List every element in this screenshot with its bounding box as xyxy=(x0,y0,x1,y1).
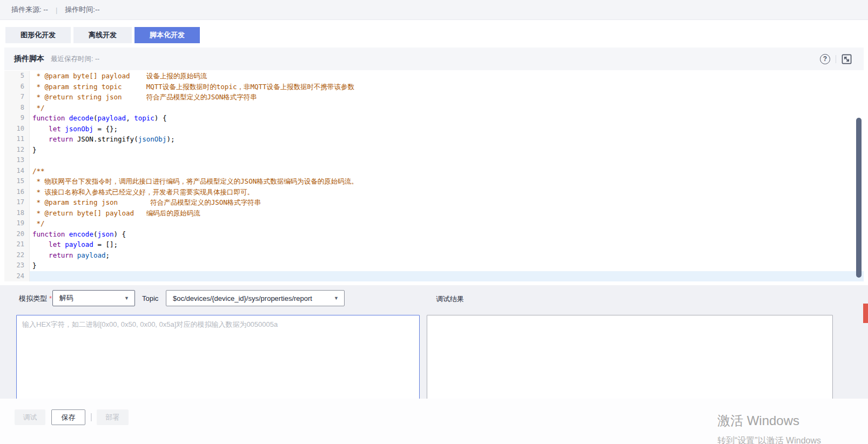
code-text: * @return byte[] payload 编码后的原始码流 xyxy=(30,208,864,219)
code-text: return payload; xyxy=(30,250,864,261)
line-number: 8 xyxy=(4,103,30,113)
code-line-20[interactable]: 20function encode(json) { xyxy=(4,229,864,240)
code-text: * @param byte[] payload 设备上报的原始码流 xyxy=(30,71,864,82)
line-number: 14 xyxy=(4,166,30,177)
code-text: /** xyxy=(30,166,864,177)
deploy-button[interactable]: 部署 xyxy=(97,409,129,425)
line-number: 10 xyxy=(4,124,30,134)
line-number: 21 xyxy=(4,239,30,250)
line-number: 16 xyxy=(4,187,30,198)
topic-select[interactable]: $oc/devices/{device_id}/sys/properties/r… xyxy=(166,290,345,306)
code-text: */ xyxy=(30,218,864,229)
code-lines: 5 * @param byte[] payload 设备上报的原始码流6 * @… xyxy=(4,71,864,281)
tab-script[interactable]: 脚本化开发 xyxy=(134,27,200,43)
topic-value: $oc/devices/{device_id}/sys/properties/r… xyxy=(173,294,312,302)
code-line-21[interactable]: 21 let payload = []; xyxy=(4,239,864,250)
panel-title: 插件脚本 xyxy=(14,54,44,64)
page-scrollbar-thumb[interactable] xyxy=(856,118,862,278)
chevron-down-icon: ▼ xyxy=(124,295,129,301)
line-number: 18 xyxy=(4,208,30,219)
button-divider xyxy=(91,413,92,421)
code-text: */ xyxy=(30,103,864,113)
debug-result-panel xyxy=(427,315,833,399)
tab-graphical[interactable]: 图形化开发 xyxy=(5,27,71,43)
code-line-16[interactable]: 16 * 该接口名称和入参格式已经定义好，开发者只需要实现具体接口即可。 xyxy=(4,187,864,198)
code-text: let payload = []; xyxy=(30,239,864,250)
code-text: * 该接口名称和入参格式已经定义好，开发者只需要实现具体接口即可。 xyxy=(30,187,864,198)
plugin-script-header: 插件脚本 最近保存时间: -- ? xyxy=(4,48,864,70)
code-text xyxy=(30,271,864,282)
code-text: let jsonObj = {}; xyxy=(30,124,864,134)
plugin-source-label: 插件来源: -- xyxy=(11,5,48,15)
operation-time-label: 操作时间:-- xyxy=(65,5,99,15)
code-line-12[interactable]: 12} xyxy=(4,145,864,156)
line-number: 7 xyxy=(4,92,30,103)
simulation-type-value: 解码 xyxy=(59,293,73,303)
code-line-7[interactable]: 7 * @return string json 符合产品模型定义的JSON格式字… xyxy=(4,92,864,103)
save-button[interactable]: 保存 xyxy=(51,409,85,425)
code-line-24[interactable]: 24 xyxy=(4,271,864,282)
icon-divider xyxy=(836,55,836,63)
code-line-19[interactable]: 19 */ xyxy=(4,218,864,229)
code-text: * @return string json 符合产品模型定义的JSON格式字符串 xyxy=(30,92,864,103)
code-text: function decode(payload, topic) { xyxy=(30,113,864,124)
code-text xyxy=(30,155,864,166)
code-editor[interactable]: 5 * @param byte[] payload 设备上报的原始码流6 * @… xyxy=(4,70,864,285)
code-line-8[interactable]: 8 */ xyxy=(4,103,864,113)
line-number: 13 xyxy=(4,155,30,166)
line-number: 6 xyxy=(4,82,30,92)
code-line-9[interactable]: 9function decode(payload, topic) { xyxy=(4,113,864,124)
header-icons: ? xyxy=(820,48,852,70)
tab-offline[interactable]: 离线开发 xyxy=(73,27,132,43)
fullscreen-icon[interactable] xyxy=(842,54,852,64)
plugin-meta-bar: 插件来源: -- | 操作时间:-- xyxy=(0,0,868,20)
last-saved-label: 最近保存时间: -- xyxy=(51,55,99,64)
code-text: return JSON.stringify(jsonObj); xyxy=(30,134,864,145)
dev-mode-tabs: 图形化开发离线开发脚本化开发 xyxy=(5,27,200,43)
line-number: 15 xyxy=(4,176,30,187)
code-line-10[interactable]: 10 let jsonObj = {}; xyxy=(4,124,864,134)
code-line-6[interactable]: 6 * @param string topic MQTT设备上报数据时的topi… xyxy=(4,82,864,92)
code-line-14[interactable]: 14/** xyxy=(4,166,864,177)
line-number: 11 xyxy=(4,134,30,145)
topic-label: Topic xyxy=(142,294,158,302)
line-number: 19 xyxy=(4,218,30,229)
code-text: } xyxy=(30,145,864,156)
simulation-type-select[interactable]: 解码 ▼ xyxy=(52,290,135,306)
line-number: 17 xyxy=(4,197,30,208)
meta-divider: | xyxy=(56,6,57,14)
code-line-11[interactable]: 11 return JSON.stringify(jsonObj); xyxy=(4,134,864,145)
code-text: * 物联网平台下发指令时，调用此接口进行编码，将产品模型定义的JSON格式数据编… xyxy=(30,176,864,187)
code-line-15[interactable]: 15 * 物联网平台下发指令时，调用此接口进行编码，将产品模型定义的JSON格式… xyxy=(4,176,864,187)
code-line-18[interactable]: 18 * @return byte[] payload 编码后的原始码流 xyxy=(4,208,864,219)
scrollbar-red-marker[interactable] xyxy=(863,304,868,323)
required-asterisk: * xyxy=(49,294,52,302)
help-icon[interactable]: ? xyxy=(820,54,830,64)
hex-input[interactable] xyxy=(16,315,420,399)
line-number: 20 xyxy=(4,229,30,240)
code-line-5[interactable]: 5 * @param byte[] payload 设备上报的原始码流 xyxy=(4,71,864,82)
code-line-23[interactable]: 23} xyxy=(4,260,864,271)
watermark-line2: 转到“设置”以激活 Windows xyxy=(717,435,821,444)
line-number: 24 xyxy=(4,271,30,282)
code-line-17[interactable]: 17 * @param string json 符合产品模型定义的JSON格式字… xyxy=(4,197,864,208)
line-number: 22 xyxy=(4,250,30,261)
footer-bar: 调试 保存 部署 激活 Windows 转到“设置”以激活 Windows xyxy=(0,399,868,444)
plugin-script-panel: 插件脚本 最近保存时间: -- ? 5 * @param byte[] payl… xyxy=(4,48,864,285)
debug-button[interactable]: 调试 xyxy=(15,409,45,425)
chevron-down-icon: ▼ xyxy=(334,295,339,301)
windows-watermark: 激活 Windows 转到“设置”以激活 Windows xyxy=(717,413,821,444)
code-text: } xyxy=(30,260,864,271)
watermark-line1: 激活 Windows xyxy=(717,413,821,428)
line-number: 12 xyxy=(4,145,30,156)
code-line-13[interactable]: 13 xyxy=(4,155,864,166)
code-line-22[interactable]: 22 return payload; xyxy=(4,250,864,261)
debug-result-label: 调试结果 xyxy=(436,294,464,304)
simulation-type-text: 模拟类型 xyxy=(19,294,47,302)
line-number: 5 xyxy=(4,71,30,82)
code-text: * @param string topic MQTT设备上报数据时的topic，… xyxy=(30,82,864,92)
screen: 插件来源: -- | 操作时间:-- 图形化开发离线开发脚本化开发 插件脚本 最… xyxy=(0,0,868,444)
code-text: * @param string json 符合产品模型定义的JSON格式字符串 xyxy=(30,197,864,208)
simulation-type-label: 模拟类型* xyxy=(19,294,52,304)
simulator-section: 模拟类型* 解码 ▼ Topic $oc/devices/{device_id}… xyxy=(0,285,868,399)
